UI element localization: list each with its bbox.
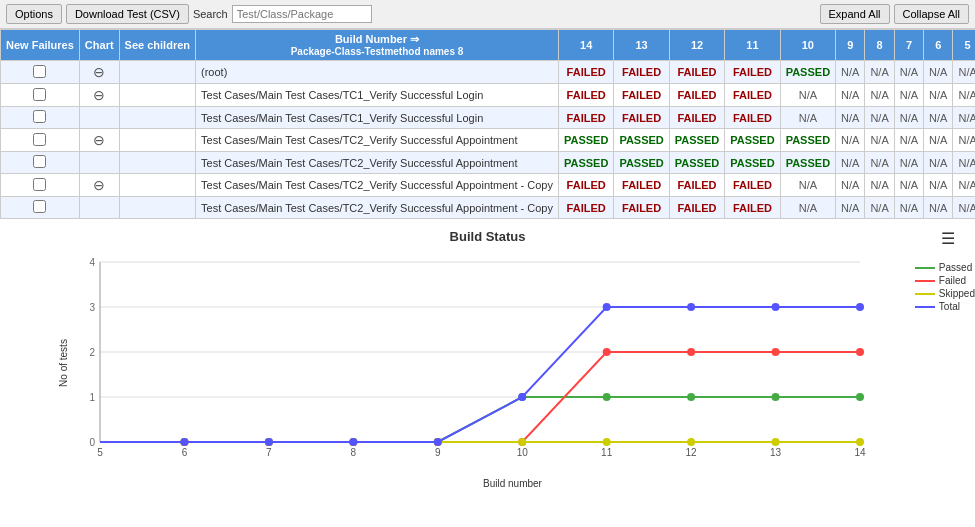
row-checkbox[interactable] [33, 65, 46, 78]
result-cell[interactable]: FAILED [558, 84, 613, 107]
result-cell[interactable]: FAILED [725, 174, 780, 197]
row-name-cell: (root) [196, 61, 559, 84]
chart-legend: Passed Failed Skipped Total [915, 262, 975, 314]
result-cell[interactable]: PASSED [558, 152, 613, 174]
result-cell: N/A [836, 129, 865, 152]
svg-point-30 [856, 393, 864, 401]
result-cell[interactable]: FAILED [669, 84, 724, 107]
y-axis-label: No of tests [58, 339, 69, 387]
options-button[interactable]: Options [6, 4, 62, 24]
result-cell[interactable]: PASSED [780, 61, 835, 84]
expand-all-button[interactable]: Expand All [820, 4, 890, 24]
row-checkbox-cell [1, 84, 80, 107]
svg-text:6: 6 [182, 447, 188, 458]
result-cell[interactable]: FAILED [725, 61, 780, 84]
table-row: ⊖(root)FAILEDFAILEDFAILEDFAILEDPASSEDN/A… [1, 61, 976, 84]
result-cell[interactable]: FAILED [614, 61, 669, 84]
legend-passed: Passed [915, 262, 975, 273]
result-cell[interactable]: FAILED [725, 107, 780, 129]
result-cell: N/A [836, 84, 865, 107]
result-cell: N/A [780, 174, 835, 197]
col-header-8: 8 [865, 30, 894, 61]
download-button[interactable]: Download Test (CSV) [66, 4, 189, 24]
result-cell[interactable]: PASSED [614, 152, 669, 174]
row-checkbox-cell [1, 129, 80, 152]
minus-circle-icon[interactable]: ⊖ [93, 64, 105, 80]
minus-circle-icon[interactable]: ⊖ [93, 132, 105, 148]
svg-text:1: 1 [89, 392, 95, 403]
col-header-new-failures: New Failures [1, 30, 80, 61]
col-header-7: 7 [894, 30, 923, 61]
svg-point-48 [856, 438, 864, 446]
svg-point-27 [603, 393, 611, 401]
legend-failed-dot [915, 280, 935, 282]
row-checkbox[interactable] [33, 110, 46, 123]
result-cell[interactable]: FAILED [669, 61, 724, 84]
svg-point-49 [180, 438, 188, 446]
col-header-13: 13 [614, 30, 669, 61]
col-header-11: 11 [725, 30, 780, 61]
result-cell: N/A [953, 61, 975, 84]
chart-menu-icon[interactable]: ☰ [941, 229, 955, 248]
results-table: New Failures Chart See children Build Nu… [0, 29, 975, 219]
result-cell[interactable]: FAILED [725, 197, 780, 219]
result-cell: N/A [865, 152, 894, 174]
row-checkbox[interactable] [33, 88, 46, 101]
result-cell[interactable]: PASSED [558, 129, 613, 152]
result-cell: N/A [924, 84, 953, 107]
svg-point-56 [772, 303, 780, 311]
result-cell: N/A [894, 107, 923, 129]
row-checkbox[interactable] [33, 178, 46, 191]
svg-point-57 [856, 303, 864, 311]
result-cell[interactable]: PASSED [669, 152, 724, 174]
result-cell[interactable]: FAILED [669, 174, 724, 197]
result-cell[interactable]: FAILED [669, 197, 724, 219]
col-header-6: 6 [924, 30, 953, 61]
result-cell[interactable]: FAILED [614, 174, 669, 197]
svg-text:14: 14 [854, 447, 866, 458]
svg-point-53 [518, 393, 526, 401]
table-row: Test Cases/Main Test Cases/TC2_Verify Su… [1, 152, 976, 174]
search-input[interactable] [232, 5, 372, 23]
minus-circle-icon[interactable]: ⊖ [93, 87, 105, 103]
result-cell: N/A [924, 61, 953, 84]
row-checkbox-cell [1, 197, 80, 219]
row-checkbox[interactable] [33, 200, 46, 213]
col-header-14: 14 [558, 30, 613, 61]
chart-title: Build Status [20, 229, 955, 244]
result-cell[interactable]: PASSED [780, 152, 835, 174]
result-cell[interactable]: PASSED [725, 129, 780, 152]
svg-point-54 [603, 303, 611, 311]
minus-circle-icon[interactable]: ⊖ [93, 177, 105, 193]
result-cell[interactable]: FAILED [558, 107, 613, 129]
result-cell[interactable]: FAILED [558, 197, 613, 219]
row-children-cell [119, 61, 195, 84]
svg-point-47 [772, 438, 780, 446]
result-cell[interactable]: FAILED [669, 107, 724, 129]
result-cell[interactable]: PASSED [669, 129, 724, 152]
row-checkbox-cell [1, 152, 80, 174]
row-checkbox[interactable] [33, 155, 46, 168]
result-cell[interactable]: PASSED [780, 129, 835, 152]
result-cell[interactable]: FAILED [614, 197, 669, 219]
x-axis-label: Build number [70, 478, 955, 489]
result-cell[interactable]: FAILED [558, 174, 613, 197]
result-cell[interactable]: FAILED [614, 107, 669, 129]
result-cell[interactable]: PASSED [614, 129, 669, 152]
svg-text:7: 7 [266, 447, 272, 458]
row-checkbox[interactable] [33, 133, 46, 146]
result-cell: N/A [953, 107, 975, 129]
svg-text:10: 10 [517, 447, 529, 458]
result-cell[interactable]: FAILED [725, 84, 780, 107]
result-cell[interactable]: FAILED [614, 84, 669, 107]
result-cell: N/A [836, 174, 865, 197]
result-cell[interactable]: PASSED [725, 152, 780, 174]
legend-failed: Failed [915, 275, 975, 286]
col-header-5: 5 [953, 30, 975, 61]
result-cell: N/A [953, 129, 975, 152]
row-icon-cell: ⊖ [79, 129, 119, 152]
table-row: ⊖Test Cases/Main Test Cases/TC1_Verify S… [1, 84, 976, 107]
collapse-all-button[interactable]: Collapse All [894, 4, 969, 24]
row-icon-cell [79, 107, 119, 129]
result-cell[interactable]: FAILED [558, 61, 613, 84]
